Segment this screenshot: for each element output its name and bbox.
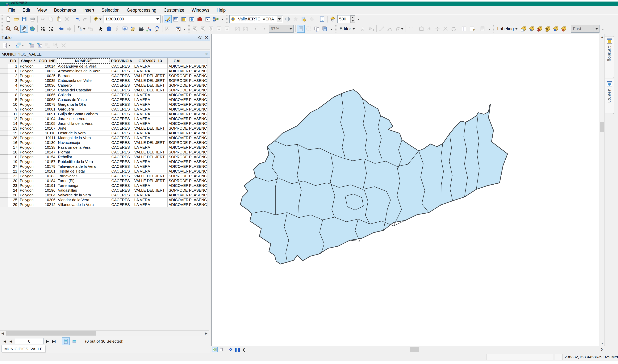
table-row[interactable]: 2Polygon10025BarradoCACERESVALLE DEL JER… — [0, 74, 209, 78]
table-row[interactable]: 6Polygon10022Arroyomolinos de la VeraCAC… — [0, 69, 209, 74]
pause-drawing-button[interactable]: ❚❚ — [234, 347, 240, 352]
label-pause-button[interactable] — [552, 25, 559, 33]
column-header-NOMBRE[interactable]: NOMBRE — [57, 58, 110, 64]
clear-table-selection-button[interactable] — [44, 42, 51, 49]
table-row[interactable]: 14Polygon10105Jarandilla de la VeraCACER… — [0, 121, 209, 126]
attribute-table[interactable]: FIDShape *COD_INENOMBREPROVINCIAGDR2007_… — [0, 58, 209, 207]
full-extent-button[interactable] — [28, 25, 36, 33]
python-window-button[interactable] — [204, 15, 212, 23]
cut-polygons-button[interactable] — [442, 25, 449, 33]
label-manager-button[interactable] — [520, 25, 527, 33]
table-options-button[interactable] — [1, 42, 12, 49]
row-selector[interactable] — [0, 155, 8, 159]
redo-button[interactable] — [81, 15, 89, 23]
label-lock-button[interactable] — [544, 25, 551, 33]
editor-sketch-button[interactable] — [164, 15, 172, 23]
table-row[interactable]: 4Polygon10036CabreroCACERESVALLE DEL JER… — [0, 83, 209, 88]
table-row[interactable]: 7Polygon10054Casas del CastañarCACERESVA… — [0, 88, 209, 92]
toolbar-overflow-icon[interactable] — [601, 25, 605, 33]
scroll-right-icon[interactable]: ▶ — [204, 331, 209, 336]
table-row[interactable]: 1Polygon10014Aldeanueva de la VeraCACERE… — [0, 64, 209, 69]
table-row[interactable]: 28Polygon10111Madrigal de la VeraCACERES… — [0, 136, 209, 140]
last-record-button[interactable]: ▶| — [51, 338, 57, 345]
row-selector[interactable] — [0, 126, 8, 131]
refresh-view-button[interactable]: ⟳ — [228, 347, 234, 352]
column-header-clipped[interactable] — [188, 58, 209, 64]
menu-bookmarks[interactable]: Bookmarks — [50, 6, 80, 14]
html-popup-button[interactable] — [121, 25, 129, 33]
find-route-button[interactable] — [145, 25, 153, 33]
open-folder-button[interactable] — [13, 15, 20, 23]
column-header-Shape *[interactable]: Shape * — [18, 58, 38, 64]
segment-line-button[interactable] — [378, 25, 386, 33]
go-to-xy-button[interactable]: XY — [153, 25, 161, 33]
menu-help[interactable]: Help — [213, 6, 229, 14]
reshape-feature-button[interactable] — [418, 25, 425, 33]
table-row[interactable]: 13Polygon10107JerteCACERESVALLE DEL JERT… — [0, 126, 209, 131]
row-selector[interactable] — [0, 140, 8, 145]
attributes-table-button[interactable] — [460, 25, 468, 33]
row-selector[interactable] — [0, 69, 8, 74]
column-header-PROVINCIA[interactable]: PROVINCIA — [110, 58, 133, 64]
toolbar-overflow-icon[interactable] — [356, 15, 360, 23]
map-scale-combo[interactable]: 1:300.000 — [103, 15, 161, 23]
row-selector[interactable] — [0, 107, 8, 112]
page-zoom-in-button[interactable] — [191, 25, 199, 33]
toolbar-grip[interactable] — [493, 25, 494, 32]
pin-icon[interactable] — [197, 35, 203, 40]
data-driven-pages-button[interactable] — [321, 25, 329, 33]
table-row[interactable]: 15Polygon10110Losar de la VeraCACERESLA … — [0, 131, 209, 136]
print-button[interactable] — [28, 15, 36, 23]
row-selector[interactable] — [0, 97, 8, 102]
table-row[interactable]: 29Polygon10212Villanueva de la VeraCACER… — [0, 202, 209, 207]
construct-shape-button[interactable] — [394, 25, 404, 33]
toc-window-button[interactable] — [172, 15, 180, 23]
table-row[interactable]: 24Polygon10196ValdastillasCACERESVALLE D… — [0, 188, 209, 193]
table-row[interactable]: 3Polygon10035Cabezuela del ValleCACERESV… — [0, 78, 209, 83]
layout-zoom-combo[interactable]: 97% — [269, 25, 294, 33]
star-burst-button[interactable] — [292, 15, 299, 23]
row-selector[interactable] — [0, 159, 8, 164]
forward-extent-button[interactable] — [65, 25, 73, 33]
label-priority-button[interactable] — [528, 25, 535, 33]
row-selector[interactable] — [0, 202, 8, 207]
toolbox-button[interactable] — [196, 15, 204, 23]
table-row[interactable]: 0Polygon10154RebollarCACERESVALLE DEL JE… — [0, 155, 209, 159]
row-selector[interactable] — [0, 121, 8, 126]
table-row[interactable]: 27Polygon10179Talaveruela de la VeraCACE… — [0, 164, 209, 169]
measure-button[interactable] — [129, 25, 137, 33]
catalog-window-button[interactable] — [180, 15, 188, 23]
edit-properties-button[interactable] — [479, 25, 486, 33]
menu-insert[interactable]: Insert — [80, 6, 98, 14]
undo-button[interactable] — [74, 15, 81, 23]
next-record-button[interactable]: ▶ — [44, 338, 51, 345]
label-stop-button[interactable] — [560, 25, 567, 33]
tab-catalog[interactable]: Catalog — [605, 36, 614, 78]
save-button[interactable] — [20, 15, 28, 23]
row-selector[interactable] — [0, 64, 8, 69]
page-zoom-out-button[interactable] — [199, 25, 207, 33]
table-row[interactable]: 11Polygon10091Guijo de Santa BárbaraCACE… — [0, 112, 209, 117]
menu-view[interactable]: View — [34, 6, 50, 14]
show-all-records-button[interactable] — [62, 338, 70, 345]
labeling-mode-combo[interactable]: Fast — [571, 25, 600, 33]
edit-arrow-button[interactable] — [359, 25, 367, 33]
table-row[interactable]: 17Polygon10138Pasarón de la VeraCACERESL… — [0, 145, 209, 150]
row-selector[interactable] — [0, 197, 8, 202]
toolbar-overflow-icon[interactable] — [220, 15, 225, 23]
row-selector[interactable] — [0, 174, 8, 179]
page-fixed-zoom-out-button[interactable] — [242, 25, 249, 33]
interval-spinner[interactable]: 500 — [337, 15, 355, 23]
page-back-extent-button[interactable] — [252, 25, 260, 33]
spin-window-button[interactable] — [318, 15, 326, 23]
table-close-icon[interactable]: ✕ — [203, 51, 210, 57]
row-selector[interactable] — [0, 179, 8, 183]
copy-button[interactable] — [47, 15, 55, 23]
map-scroll-left-icon[interactable]: ❮ — [241, 347, 247, 352]
draft-mode-button[interactable] — [297, 25, 305, 33]
fixed-zoom-in-button[interactable] — [39, 25, 47, 33]
row-selector[interactable] — [0, 164, 8, 169]
tab-search[interactable]: Search — [605, 79, 614, 114]
select-elements-button[interactable] — [97, 25, 105, 33]
scrollbar-thumb[interactable] — [6, 331, 96, 336]
